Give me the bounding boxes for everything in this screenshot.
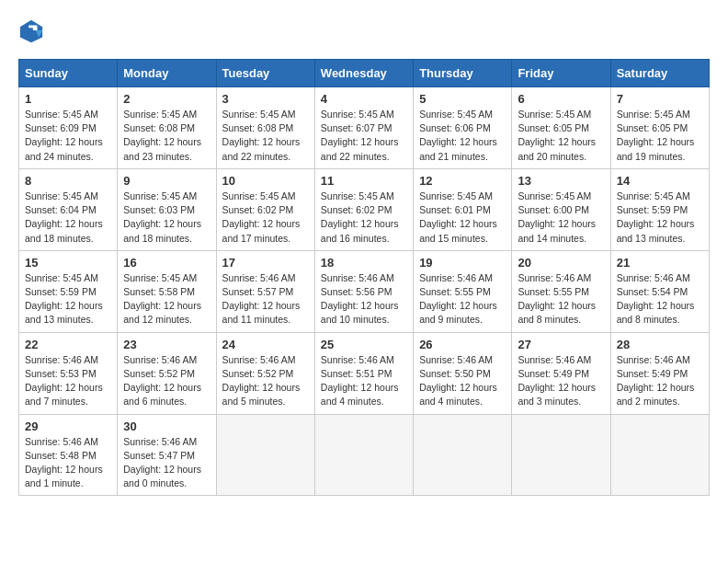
table-row <box>216 414 314 496</box>
table-row: 17Sunrise: 5:46 AMSunset: 5:57 PMDayligh… <box>216 250 314 332</box>
table-row: 22Sunrise: 5:46 AMSunset: 5:53 PMDayligh… <box>19 332 118 414</box>
table-row: 10Sunrise: 5:45 AMSunset: 6:02 PMDayligh… <box>216 168 314 250</box>
day-info: Sunrise: 5:45 AMSunset: 6:02 PMDaylight:… <box>321 190 407 246</box>
day-info: Sunrise: 5:45 AMSunset: 5:59 PMDaylight:… <box>617 190 703 246</box>
table-row: 12Sunrise: 5:45 AMSunset: 6:01 PMDayligh… <box>414 168 512 250</box>
table-row <box>610 414 709 496</box>
logo-icon <box>18 18 44 44</box>
day-info: Sunrise: 5:46 AMSunset: 5:53 PMDaylight:… <box>25 353 111 409</box>
day-info: Sunrise: 5:45 AMSunset: 6:09 PMDaylight:… <box>25 108 111 164</box>
day-info: Sunrise: 5:45 AMSunset: 5:59 PMDaylight:… <box>25 271 111 327</box>
header-tuesday: Tuesday <box>216 60 314 87</box>
day-number: 2 <box>123 92 210 106</box>
day-number: 17 <box>222 256 309 270</box>
day-info: Sunrise: 5:46 AMSunset: 5:57 PMDaylight:… <box>222 271 309 327</box>
table-row: 15Sunrise: 5:45 AMSunset: 5:59 PMDayligh… <box>19 250 118 332</box>
table-row: 2Sunrise: 5:45 AMSunset: 6:08 PMDaylight… <box>118 87 216 169</box>
day-number: 22 <box>25 338 111 351</box>
day-info: Sunrise: 5:45 AMSunset: 6:00 PMDaylight:… <box>518 190 604 246</box>
day-info: Sunrise: 5:45 AMSunset: 5:58 PMDaylight:… <box>123 271 210 327</box>
calendar-header-row: SundayMondayTuesdayWednesdayThursdayFrid… <box>19 60 710 87</box>
day-info: Sunrise: 5:45 AMSunset: 6:01 PMDaylight:… <box>419 190 506 246</box>
header-monday: Monday <box>118 60 216 87</box>
table-row: 23Sunrise: 5:46 AMSunset: 5:52 PMDayligh… <box>118 332 216 414</box>
day-info: Sunrise: 5:46 AMSunset: 5:55 PMDaylight:… <box>419 271 506 327</box>
table-row: 11Sunrise: 5:45 AMSunset: 6:02 PMDayligh… <box>314 168 413 250</box>
day-number: 14 <box>617 174 703 188</box>
logo <box>18 18 48 44</box>
day-info: Sunrise: 5:46 AMSunset: 5:51 PMDaylight:… <box>321 353 407 409</box>
day-info: Sunrise: 5:46 AMSunset: 5:49 PMDaylight:… <box>518 353 604 409</box>
day-number: 12 <box>419 174 506 188</box>
day-info: Sunrise: 5:45 AMSunset: 6:05 PMDaylight:… <box>617 108 703 164</box>
table-row: 24Sunrise: 5:46 AMSunset: 5:52 PMDayligh… <box>216 332 314 414</box>
day-info: Sunrise: 5:46 AMSunset: 5:54 PMDaylight:… <box>617 271 703 327</box>
day-number: 1 <box>25 92 111 106</box>
day-number: 19 <box>419 256 506 270</box>
day-number: 8 <box>25 174 111 188</box>
table-row <box>314 414 413 496</box>
calendar-week-row: 22Sunrise: 5:46 AMSunset: 5:53 PMDayligh… <box>19 332 710 414</box>
header <box>18 18 710 44</box>
day-number: 3 <box>222 92 309 106</box>
table-row: 20Sunrise: 5:46 AMSunset: 5:55 PMDayligh… <box>512 250 610 332</box>
table-row: 5Sunrise: 5:45 AMSunset: 6:06 PMDaylight… <box>414 87 512 169</box>
day-number: 21 <box>617 256 703 270</box>
table-row: 18Sunrise: 5:46 AMSunset: 5:56 PMDayligh… <box>314 250 413 332</box>
day-number: 16 <box>123 256 210 270</box>
table-row: 21Sunrise: 5:46 AMSunset: 5:54 PMDayligh… <box>610 250 709 332</box>
day-info: Sunrise: 5:45 AMSunset: 6:08 PMDaylight:… <box>123 108 210 164</box>
day-number: 9 <box>123 174 210 188</box>
table-row: 30Sunrise: 5:46 AMSunset: 5:47 PMDayligh… <box>118 414 216 496</box>
table-row: 26Sunrise: 5:46 AMSunset: 5:50 PMDayligh… <box>414 332 512 414</box>
table-row: 4Sunrise: 5:45 AMSunset: 6:07 PMDaylight… <box>314 87 413 169</box>
header-friday: Friday <box>512 60 610 87</box>
calendar-week-row: 29Sunrise: 5:46 AMSunset: 5:48 PMDayligh… <box>19 414 710 496</box>
table-row: 27Sunrise: 5:46 AMSunset: 5:49 PMDayligh… <box>512 332 610 414</box>
day-number: 10 <box>222 174 309 188</box>
day-number: 18 <box>321 256 407 270</box>
table-row: 14Sunrise: 5:45 AMSunset: 5:59 PMDayligh… <box>610 168 709 250</box>
table-row <box>414 414 512 496</box>
day-number: 26 <box>419 338 506 351</box>
day-info: Sunrise: 5:45 AMSunset: 6:02 PMDaylight:… <box>222 190 309 246</box>
day-info: Sunrise: 5:46 AMSunset: 5:47 PMDaylight:… <box>123 435 210 491</box>
day-info: Sunrise: 5:46 AMSunset: 5:55 PMDaylight:… <box>518 271 604 327</box>
day-info: Sunrise: 5:45 AMSunset: 6:06 PMDaylight:… <box>419 108 506 164</box>
day-info: Sunrise: 5:45 AMSunset: 6:03 PMDaylight:… <box>123 190 210 246</box>
calendar-week-row: 1Sunrise: 5:45 AMSunset: 6:09 PMDaylight… <box>19 87 710 169</box>
table-row: 28Sunrise: 5:46 AMSunset: 5:49 PMDayligh… <box>610 332 709 414</box>
day-number: 15 <box>25 256 111 270</box>
day-number: 27 <box>518 338 604 351</box>
day-info: Sunrise: 5:45 AMSunset: 6:08 PMDaylight:… <box>222 108 309 164</box>
day-number: 24 <box>222 338 309 351</box>
table-row: 25Sunrise: 5:46 AMSunset: 5:51 PMDayligh… <box>314 332 413 414</box>
day-number: 7 <box>617 92 703 106</box>
day-info: Sunrise: 5:46 AMSunset: 5:56 PMDaylight:… <box>321 271 407 327</box>
table-row <box>512 414 610 496</box>
day-info: Sunrise: 5:45 AMSunset: 6:04 PMDaylight:… <box>25 190 111 246</box>
day-number: 20 <box>518 256 604 270</box>
table-row: 7Sunrise: 5:45 AMSunset: 6:05 PMDaylight… <box>610 87 709 169</box>
day-info: Sunrise: 5:46 AMSunset: 5:50 PMDaylight:… <box>419 353 506 409</box>
day-info: Sunrise: 5:46 AMSunset: 5:52 PMDaylight:… <box>123 353 210 409</box>
day-number: 6 <box>518 92 604 106</box>
header-thursday: Thursday <box>414 60 512 87</box>
table-row: 1Sunrise: 5:45 AMSunset: 6:09 PMDaylight… <box>19 87 118 169</box>
day-info: Sunrise: 5:45 AMSunset: 6:05 PMDaylight:… <box>518 108 604 164</box>
header-wednesday: Wednesday <box>314 60 413 87</box>
day-info: Sunrise: 5:46 AMSunset: 5:48 PMDaylight:… <box>25 435 111 491</box>
calendar-table: SundayMondayTuesdayWednesdayThursdayFrid… <box>18 59 710 496</box>
table-row: 16Sunrise: 5:45 AMSunset: 5:58 PMDayligh… <box>118 250 216 332</box>
calendar-week-row: 8Sunrise: 5:45 AMSunset: 6:04 PMDaylight… <box>19 168 710 250</box>
day-info: Sunrise: 5:45 AMSunset: 6:07 PMDaylight:… <box>321 108 407 164</box>
day-number: 4 <box>321 92 407 106</box>
header-saturday: Saturday <box>610 60 709 87</box>
day-info: Sunrise: 5:46 AMSunset: 5:52 PMDaylight:… <box>222 353 309 409</box>
day-number: 25 <box>321 338 407 351</box>
header-sunday: Sunday <box>19 60 118 87</box>
day-number: 23 <box>123 338 210 351</box>
day-number: 11 <box>321 174 407 188</box>
calendar-week-row: 15Sunrise: 5:45 AMSunset: 5:59 PMDayligh… <box>19 250 710 332</box>
table-row: 9Sunrise: 5:45 AMSunset: 6:03 PMDaylight… <box>118 168 216 250</box>
